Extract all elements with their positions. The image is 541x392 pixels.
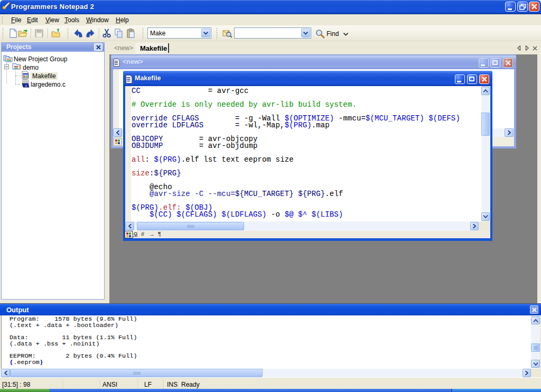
svg-text:c: c (25, 84, 27, 87)
